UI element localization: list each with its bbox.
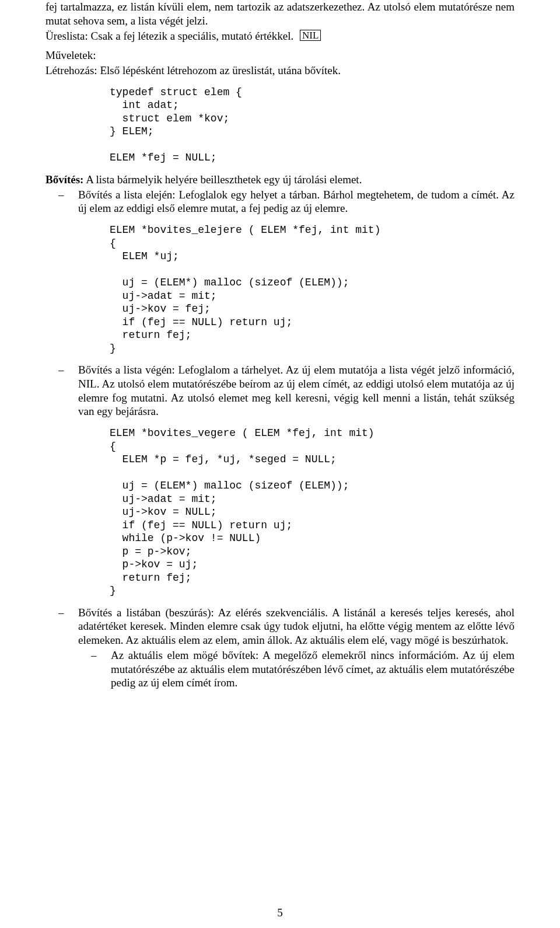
ureslista-text: Üreslista: Csak a fej létezik a speciáli…	[46, 30, 293, 42]
letrehozas-label: Létrehozás:	[46, 64, 97, 76]
page-number: 5	[0, 906, 560, 920]
bullet-bovites-elejen: – Bővítés a lista elején: Lefoglalok egy…	[46, 188, 514, 216]
bullet-dash: –	[78, 648, 111, 690]
paragraph-muveletek: Műveletek:	[46, 48, 514, 62]
bullet-dash: –	[46, 606, 78, 647]
document-page: fej tartalmazza, ez listán kívüli elem, …	[0, 0, 560, 928]
nil-box: NIL	[300, 30, 321, 41]
code-typedef: typedef struct elem { int adat; struct e…	[110, 86, 514, 165]
bullet-dash: –	[46, 363, 78, 418]
bovites-intro-text: A lista bármelyik helyére beilleszthetek…	[83, 173, 362, 186]
bullet-bovites-moge: – Az aktuális elem mögé bővítek: A megel…	[78, 648, 514, 690]
paragraph-intro-1: fej tartalmazza, ez listán kívüli elem, …	[46, 0, 514, 28]
bullet-dash: –	[46, 188, 78, 216]
bullet-content: Bővítés a lista végén: Lefoglalom a tárh…	[78, 363, 514, 418]
letrehozas-text: Első lépésként létrehozom az üreslistát,…	[97, 64, 341, 76]
bovites-label: Bővítés:	[46, 173, 83, 186]
bullet-bovites-vegen: – Bővítés a lista végén: Lefoglalom a tá…	[46, 363, 514, 418]
paragraph-ureslista: Üreslista: Csak a fej létezik a speciáli…	[46, 29, 514, 43]
paragraph-bovites-intro: Bővítés: A lista bármelyik helyére beill…	[46, 173, 514, 187]
bullet-bovites-beszuras: – Bővítés a listában (beszúrás): Az elér…	[46, 606, 514, 647]
paragraph-letrehozas: Létrehozás: Első lépésként létrehozom az…	[46, 64, 514, 78]
bullet-content: Bővítés a lista elején: Lefoglalok egy h…	[78, 188, 514, 216]
code-bovites-vegere: ELEM *bovites_vegere ( ELEM *fej, int mi…	[110, 427, 514, 598]
code-bovites-elejere: ELEM *bovites_elejere ( ELEM *fej, int m…	[110, 224, 514, 355]
bullet-content: Az aktuális elem mögé bővítek: A megelőz…	[111, 648, 514, 690]
bullet-content: Bővítés a listában (beszúrás): Az elérés…	[78, 606, 514, 647]
